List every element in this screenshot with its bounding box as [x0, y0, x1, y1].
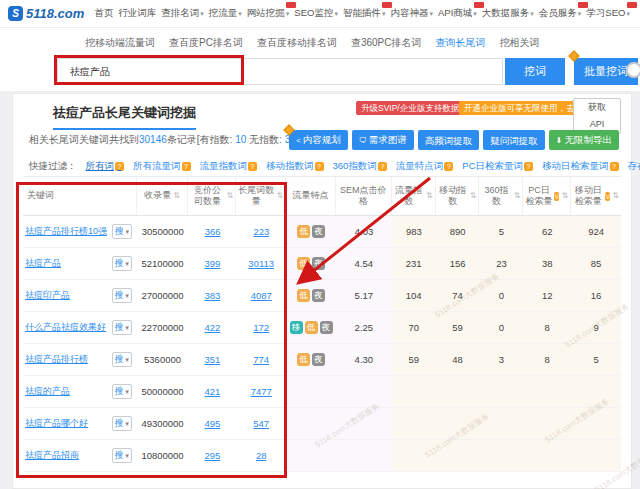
nav-item-home[interactable]: 首页 [94, 7, 113, 20]
sort-icon[interactable] [561, 191, 568, 201]
tab-360-pc-rank[interactable]: 查360PC排名词 [351, 36, 422, 53]
col-index-volume[interactable]: 收录量 [137, 177, 189, 215]
search-dropdown-button[interactable]: 搜 [112, 448, 132, 463]
search-dropdown-button[interactable]: 搜 [112, 224, 132, 239]
bidding-count-link[interactable]: 399 [204, 258, 220, 269]
sem-price: 5.17 [336, 280, 392, 311]
nav-item-dig-traffic[interactable]: 挖流量▾ [209, 7, 242, 20]
filter-traffic-feature-words[interactable]: 流量特点词 [396, 160, 454, 173]
help-icon[interactable] [182, 162, 191, 171]
search-dropdown-button[interactable]: 搜 [112, 320, 132, 335]
bidding-count-link[interactable]: 295 [204, 450, 220, 461]
filter-all-traffic-words[interactable]: 所有流量词 [133, 160, 191, 173]
longtail-count-link[interactable]: 4087 [251, 290, 272, 301]
col-mobile-daily-search[interactable]: 移动日检索量 [571, 177, 621, 215]
keyword-link[interactable]: 祛痘的产品 [25, 385, 70, 398]
nav-item-api-store[interactable]: API商城▾ [438, 7, 477, 20]
search-dropdown-button[interactable]: 搜 [112, 288, 132, 303]
vip-badge-icon [554, 192, 559, 201]
bidding-count-link[interactable]: 422 [204, 322, 220, 333]
nav-item-smart-plugin[interactable]: 智能插件▾ [343, 7, 386, 20]
search-dropdown-button[interactable]: 搜 [112, 384, 132, 399]
nav-item-content-tool[interactable]: 内容神器▾ [390, 7, 433, 20]
longtail-count-link[interactable]: 223 [253, 226, 269, 237]
col-traffic-index[interactable]: 流量指数 [392, 177, 436, 215]
search-dropdown-button[interactable]: 搜 [112, 352, 132, 367]
filter-traffic-index-words[interactable]: 流量指数词 [200, 160, 258, 173]
site-logo[interactable]: S 5118.com [8, 6, 84, 21]
longtail-count-link[interactable]: 774 [253, 354, 269, 365]
search-dropdown-button[interactable]: 搜 [112, 256, 132, 271]
bidding-count-link[interactable]: 351 [204, 354, 220, 365]
help-icon[interactable] [248, 162, 257, 171]
sort-icon[interactable] [426, 191, 433, 201]
tab-baidu-mobile-rank[interactable]: 查百度移动排名词 [257, 36, 337, 53]
keyword-search-input[interactable] [57, 58, 503, 85]
longtail-count-link[interactable]: 30113 [248, 258, 274, 269]
tab-longtail-query[interactable]: 查询长尾词 [435, 36, 485, 53]
keyword-link[interactable]: 什么产品祛痘效果好 [25, 321, 106, 334]
nav-item-learn-seo[interactable]: 学习SEO▾ [586, 7, 630, 20]
help-icon[interactable] [524, 162, 533, 171]
help-icon[interactable] [444, 162, 453, 171]
highfreq-extract-button[interactable]: 高频词提取 [418, 130, 480, 150]
filter-mobile-index-words[interactable]: 移动指数词 [266, 160, 324, 173]
bidding-count-link[interactable]: 495 [204, 418, 220, 429]
bidding-count-link[interactable]: 421 [204, 386, 220, 397]
index-volume: 50000000 [137, 376, 189, 407]
tab-mobile-traffic-words[interactable]: 挖移动端流量词 [85, 36, 155, 53]
unlimited-export-button[interactable]: ⬇无限制导出 [549, 130, 619, 150]
sort-icon[interactable] [612, 191, 619, 201]
col-mobile-index[interactable]: 移动指数 [436, 177, 480, 215]
filter-pc-daily-search-words[interactable]: PC日检索量词 [462, 160, 533, 173]
help-icon[interactable] [315, 162, 324, 171]
help-icon[interactable] [378, 162, 387, 171]
keyword-link[interactable]: 祛痘产品哪个好 [25, 417, 88, 430]
nav-item-seo-monitor[interactable]: SEO监控▾ [294, 7, 338, 20]
tab-baidu-pc-rank[interactable]: 查百度PC排名词 [169, 36, 243, 53]
keyword-link[interactable]: 祛痘产品排行榜10强 [25, 225, 107, 238]
longtail-count-link[interactable]: 547 [253, 418, 269, 429]
filter-bidding-words[interactable]: 存在竞价的词 [628, 160, 640, 173]
nav-item-rank-words[interactable]: 查排名词▾ [161, 7, 204, 20]
dig-words-button[interactable]: 挖词 [505, 58, 565, 85]
index-volume: 49300000 [137, 408, 189, 439]
longtail-count-link[interactable]: 7477 [251, 386, 272, 397]
bidding-count-link[interactable]: 366 [205, 226, 221, 237]
col-longtail-count[interactable]: 长尾词数量 [236, 177, 286, 215]
help-icon[interactable] [610, 162, 619, 171]
sort-icon[interactable] [173, 191, 180, 201]
question-extract-button[interactable]: 疑问词提取 [483, 130, 545, 150]
filter-all-words[interactable]: 所有词 [86, 160, 125, 173]
mobile-index: 156 [436, 248, 480, 279]
sort-icon[interactable] [514, 191, 521, 201]
sort-icon[interactable] [227, 191, 234, 201]
filter-mobile-daily-search-words[interactable]: 移动日检索量词 [542, 160, 619, 173]
keyword-link[interactable]: 祛痘产品招商 [25, 449, 79, 462]
search-dropdown-button[interactable]: 搜 [112, 416, 132, 431]
bidding-count-link[interactable]: 383 [204, 290, 220, 301]
keyword-link[interactable]: 祛痘产品排行榜 [25, 353, 88, 366]
nav-item-bigdata-service[interactable]: 大数据服务▾ [482, 7, 534, 20]
floating-help-icon[interactable] [626, 62, 640, 78]
sort-icon[interactable] [470, 191, 477, 201]
help-icon[interactable] [115, 162, 124, 171]
demand-map-button[interactable]: 🗨需求图谱 [352, 130, 414, 150]
keyword-link[interactable]: 祛痘产品 [25, 257, 61, 270]
longtail-count-link[interactable]: 172 [253, 322, 269, 333]
sort-icon[interactable] [276, 191, 283, 201]
longtail-count-link[interactable]: 28 [256, 450, 267, 461]
feature-chip-icon: 夜 [312, 257, 325, 270]
filter-360-index-words[interactable]: 360指数词 [333, 160, 387, 173]
nav-item-site-mining[interactable]: 网站挖掘▾ [247, 7, 290, 20]
nav-item-member-service[interactable]: 会员服务▾ [539, 7, 582, 20]
keyword-link[interactable]: 祛痘印产品 [25, 289, 70, 302]
col-pc-daily-search[interactable]: PC日检索量 [523, 177, 571, 215]
tab-related-words[interactable]: 挖相关词 [499, 36, 539, 53]
col-360-index[interactable]: 360指数 [479, 177, 523, 215]
get-api-button[interactable]: 获取API [573, 98, 621, 134]
page: S 5118.com 首页 行业词库 查排名词▾ 挖流量▾ 网站挖掘▾ SEO监… [0, 0, 640, 489]
content-plan-button[interactable]: <内容规划 [289, 130, 348, 150]
nav-item-industry-lexicon[interactable]: 行业词库 [118, 7, 156, 20]
col-bidding-companies[interactable]: 竞价公司数量 [188, 177, 236, 215]
